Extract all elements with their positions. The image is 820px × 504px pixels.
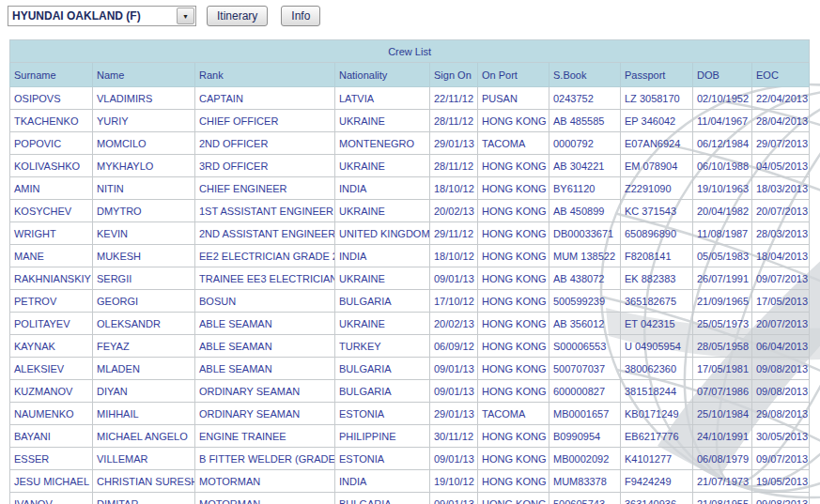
table-cell: 29/11/12 — [430, 222, 478, 245]
column-header-eoc: EOC — [752, 63, 810, 87]
table-row: MANEMUKESHEE2 ELECTRICIAN GRADE 2INDIA18… — [10, 245, 810, 267]
table-cell: AB 438072 — [549, 267, 621, 290]
table-cell: HONG KONG — [478, 313, 549, 335]
table-cell: KUZMANOV — [10, 380, 93, 403]
table-cell: 18/10/12 — [430, 177, 478, 200]
table-cell: EE2 ELECTRICIAN GRADE 2 — [195, 245, 335, 267]
chevron-down-icon[interactable]: ▼ — [177, 8, 194, 24]
table-cell: TURKEY — [335, 335, 430, 358]
table-cell: MB0002092 — [549, 448, 621, 470]
table-cell: BOSUN — [195, 290, 335, 313]
table-cell: 25/05/1973 — [693, 313, 752, 335]
table-cell: UNITED KINGDOM — [335, 222, 430, 245]
table-cell: 20/07/2013 — [752, 200, 810, 222]
table-cell: 29/01/13 — [430, 132, 478, 155]
table-cell: B FITTER WELDER (GRADE B) — [195, 448, 335, 470]
table-cell: UKRAINE — [335, 155, 430, 177]
table-row: POPOVICMOMCILO2ND OFFICERMONTENEGRO29/01… — [10, 132, 810, 155]
table-cell: 18/03/2013 — [752, 177, 810, 200]
table-cell: CHRISTIAN SURESH — [93, 470, 195, 493]
table-cell: K4101277 — [621, 448, 693, 470]
table-cell: AMIN — [10, 177, 93, 200]
table-cell: IVANOV — [10, 493, 93, 504]
table-cell: 19/05/2013 — [752, 470, 810, 493]
table-cell: MANE — [10, 245, 93, 267]
table-cell: 26/07/1991 — [693, 267, 752, 290]
table-cell: HONG KONG — [478, 177, 549, 200]
table-cell: 19/10/12 — [430, 470, 478, 493]
table-cell: 18/04/2013 — [752, 245, 810, 267]
table-cell: EK 882383 — [621, 267, 693, 290]
table-cell: OLEKSANDR — [93, 313, 195, 335]
table-cell: AB 356012 — [549, 313, 621, 335]
table-cell: KAYNAK — [10, 335, 93, 358]
column-header-on-port: On Port — [478, 63, 549, 87]
table-cell: MICHAEL ANGELO — [93, 425, 195, 448]
table-cell: ESSER — [10, 448, 93, 470]
table-cell: 09/08/2013 — [752, 493, 810, 504]
column-header-nationality: Nationality — [335, 63, 430, 87]
table-cell: 06/08/1979 — [693, 448, 752, 470]
table-cell: 2ND ASSISTANT ENGINEER — [195, 222, 335, 245]
table-cell: 11/08/1987 — [693, 222, 752, 245]
info-button[interactable]: Info — [281, 6, 320, 26]
table-cell: 20/02/13 — [430, 200, 478, 222]
table-cell: 06/09/12 — [430, 335, 478, 358]
table-cell: AB 304221 — [549, 155, 621, 177]
itinerary-button[interactable]: Itinerary — [207, 6, 268, 26]
table-cell: 500599239 — [549, 290, 621, 313]
vessel-select[interactable]: HYUNDAI OAKLAND (F) ▼ — [8, 6, 196, 26]
table-cell: HONG KONG — [478, 222, 549, 245]
table-cell: KEVIN — [93, 222, 195, 245]
table-cell: 17/10/12 — [430, 290, 478, 313]
table-cell: INDIA — [335, 177, 430, 200]
table-cell: INDIA — [335, 245, 430, 267]
table-cell: PETROV — [10, 290, 93, 313]
column-header-sign-on: Sign On — [430, 63, 478, 87]
table-cell: 06/10/1988 — [693, 155, 752, 177]
table-cell: HONG KONG — [478, 380, 549, 403]
table-cell: ENGINE TRAINEE — [195, 425, 335, 448]
table-cell: MUKESH — [93, 245, 195, 267]
table-cell: HONG KONG — [478, 200, 549, 222]
table-cell: HONG KONG — [478, 290, 549, 313]
table-cell: DMYTRO — [93, 200, 195, 222]
table-cell: 09/01/13 — [430, 358, 478, 380]
table-cell: 11/04/1967 — [693, 110, 752, 132]
table-cell: YURIY — [93, 110, 195, 132]
table-title: Crew List — [10, 40, 810, 63]
column-header-passport: Passport — [621, 63, 693, 87]
table-cell: 28/03/2013 — [752, 222, 810, 245]
table-cell: EB6217776 — [621, 425, 693, 448]
table-cell: 381518244 — [621, 380, 693, 403]
table-cell: 09/08/2013 — [752, 380, 810, 403]
table-cell: 21/08/1955 — [693, 493, 752, 504]
table-cell: UKRAINE — [335, 313, 430, 335]
column-header-s-book: S.Book — [549, 63, 621, 87]
table-row: WRIGHTKEVIN2ND ASSISTANT ENGINEERUNITED … — [10, 222, 810, 245]
table-row: POLITAYEVOLEKSANDRABLE SEAMANUKRAINE20/0… — [10, 313, 810, 335]
table-cell: KB0171249 — [621, 403, 693, 425]
table-cell: 28/11/12 — [430, 110, 478, 132]
table-cell: ORDINARY SEAMAN — [195, 403, 335, 425]
table-cell: RAKHNIANSKIY — [10, 267, 93, 290]
table-cell: HONG KONG — [478, 245, 549, 267]
table-cell: 28/04/2013 — [752, 110, 810, 132]
table-cell: 22/11/12 — [430, 87, 478, 110]
table-row: OSIPOVSVLADIMIRSCAPTAINLATVIA22/11/12PUS… — [10, 87, 810, 110]
table-cell: 17/05/1981 — [693, 358, 752, 380]
table-cell: MIHHAIL — [93, 403, 195, 425]
table-cell: PHILIPPINE — [335, 425, 430, 448]
vessel-select-value: HYUNDAI OAKLAND (F) — [8, 9, 141, 23]
table-cell: ALEKSIEV — [10, 358, 93, 380]
table-cell: NITIN — [93, 177, 195, 200]
table-cell: HONG KONG — [478, 110, 549, 132]
table-cell: AB 485585 — [549, 110, 621, 132]
table-cell: MOTORMAN — [195, 493, 335, 504]
table-cell: S00006553 — [549, 335, 621, 358]
table-header-row: SurnameNameRankNationalitySign OnOn Port… — [10, 63, 810, 87]
table-cell: MOTORMAN — [195, 470, 335, 493]
table-cell: 09/01/13 — [430, 380, 478, 403]
table-row: BAYANIMICHAEL ANGELOENGINE TRAINEEPHILIP… — [10, 425, 810, 448]
table-cell: DIMITAR — [93, 493, 195, 504]
